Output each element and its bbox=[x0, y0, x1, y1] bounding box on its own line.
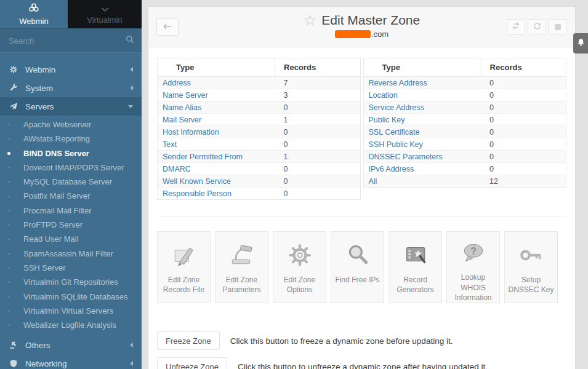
record-count: 0 bbox=[481, 101, 566, 114]
sidebar-item-read-user-mail[interactable]: Read User Mail bbox=[0, 232, 142, 246]
record-type-link[interactable]: DNSSEC Parameters bbox=[363, 151, 481, 163]
sidebar-item-spamassassin-mail-filter[interactable]: SpamAssassin Mail Filter bbox=[0, 247, 142, 261]
record-type-link[interactable]: SSH Public Key bbox=[363, 138, 481, 151]
sidebar-tabs: Webmin Virtualmin bbox=[0, 0, 142, 28]
record-type-link[interactable]: Mail Server bbox=[158, 114, 275, 126]
sidebar-item-proftpd-server[interactable]: ProFTPD Server bbox=[0, 218, 142, 232]
record-type-link[interactable]: SSL Certificate bbox=[363, 126, 481, 138]
key-icon bbox=[518, 241, 544, 269]
app-window: Webmin Virtualmin Webmin bbox=[0, 0, 588, 369]
record-type-link[interactable]: Name Alias bbox=[158, 101, 275, 114]
repeat-icon bbox=[512, 22, 520, 32]
record-type-link[interactable]: Public Key bbox=[363, 114, 481, 126]
wrench-icon bbox=[9, 83, 18, 93]
sidebar-item-postfix-mail-server[interactable]: Postfix Mail Server bbox=[0, 189, 142, 203]
tile-edit-zone-options[interactable]: Edit Zone Options bbox=[273, 231, 326, 303]
record-type-link[interactable]: IPv6 Address bbox=[363, 163, 481, 175]
caret-left-icon bbox=[130, 85, 133, 90]
caret-left-icon bbox=[130, 361, 133, 366]
tile-setup-dnssec-key[interactable]: Setup DNSSEC Key bbox=[504, 231, 558, 303]
sidebar-item-webmin[interactable]: Webmin bbox=[0, 60, 142, 79]
sidebar-item-dovecot-imap-pop3-server[interactable]: Dovecot IMAP/POP3 Server bbox=[0, 161, 142, 175]
sidebar-item-virtualmin-git-repositories[interactable]: Virtualmin Git Repositories bbox=[0, 275, 142, 289]
notifications-tab[interactable] bbox=[573, 33, 588, 54]
apply-zone-button[interactable] bbox=[507, 19, 525, 35]
webmin-logo-icon bbox=[28, 2, 39, 15]
sidebar-item-servers[interactable]: Servers bbox=[0, 97, 142, 116]
record-type-link[interactable]: Well Known Service bbox=[158, 175, 275, 188]
record-count: 0 bbox=[481, 77, 566, 89]
freeze-zone-description: Click this button to freeze a dynamic zo… bbox=[230, 336, 453, 346]
record-type-link[interactable]: Service Address bbox=[363, 101, 481, 114]
chevron-down-icon bbox=[101, 4, 109, 14]
sidebar-item-awstats-reporting[interactable]: AWstats Reporting bbox=[0, 132, 142, 146]
tab-virtualmin[interactable]: Virtualmin bbox=[68, 0, 142, 28]
sidebar-item-networking[interactable]: Networking bbox=[0, 354, 142, 369]
record-count: 0 bbox=[481, 126, 566, 138]
tile-edit-zone-parameters[interactable]: Edit Zone Parameters bbox=[215, 231, 268, 303]
sidebar-item-virtualmin-virtual-servers[interactable]: Virtualmin Virtual Servers bbox=[0, 304, 142, 318]
sidebar-item-webalizer-logfile-analysis[interactable]: Webalizer Logfile Analysis bbox=[0, 318, 142, 332]
apply-config-button[interactable] bbox=[528, 19, 546, 35]
search-input[interactable] bbox=[7, 36, 126, 46]
sidebar-item-procmail-mail-filter[interactable]: Procmail Mail Filter bbox=[0, 204, 142, 218]
star-icon[interactable]: ☆ bbox=[304, 13, 317, 28]
sidebar-item-system[interactable]: System bbox=[0, 79, 142, 97]
table-row: Public Key0 bbox=[363, 114, 566, 126]
record-type-tables: Type Records Address7 Name Server3 Name … bbox=[157, 58, 566, 200]
table-row: Mail Server1 bbox=[158, 114, 361, 126]
record-count: 0 bbox=[481, 151, 566, 163]
sidebar-item-others[interactable]: Others bbox=[0, 336, 142, 354]
freeze-zone-button[interactable]: Freeze Zone bbox=[157, 331, 220, 350]
speech-question-icon: ? bbox=[461, 241, 486, 267]
sidebar-item-apache-webserver[interactable]: Apache Webserver bbox=[0, 117, 142, 132]
shield-icon bbox=[9, 359, 18, 368]
table-row: Name Alias0 bbox=[158, 101, 361, 114]
record-type-link[interactable]: Address bbox=[158, 77, 275, 89]
tile-record-generators[interactable]: Record Generators bbox=[389, 231, 442, 303]
stop-server-button[interactable] bbox=[549, 19, 567, 35]
record-count: 0 bbox=[275, 138, 360, 151]
tile-find-free-ips[interactable]: Find Free IPs bbox=[331, 231, 384, 303]
sidebar-item-ssh-server[interactable]: SSH Server bbox=[0, 261, 142, 275]
record-type-link[interactable]: Location bbox=[363, 89, 481, 101]
table-row: Location0 bbox=[363, 89, 566, 101]
gavel-icon bbox=[9, 340, 18, 350]
unfreeze-zone-button[interactable]: Unfreeze Zone bbox=[157, 357, 227, 369]
record-count: 0 bbox=[275, 188, 360, 200]
record-type-link[interactable]: Reverse Address bbox=[363, 77, 481, 89]
sidebar-item-virtualmin-sqlite-databases[interactable]: Virtualmin SQLlite Databases bbox=[0, 290, 142, 304]
record-type-link[interactable]: Sender Permitted From bbox=[158, 151, 275, 163]
tab-virtualmin-label: Virtualmin bbox=[87, 15, 123, 25]
main-area: ☆ Edit Master Zone .com bbox=[142, 0, 588, 369]
gear-icon bbox=[287, 241, 313, 269]
sidebar-item-label: Webmin bbox=[25, 65, 55, 74]
tile-edit-zone-records-file[interactable]: Edit Zone Records File bbox=[157, 231, 211, 303]
tile-label: Lookup WHOIS Information bbox=[447, 272, 499, 303]
record-type-link[interactable]: DMARC bbox=[158, 163, 275, 175]
table-row: Responsible Person0 bbox=[158, 188, 361, 200]
refresh-icon bbox=[533, 22, 541, 32]
record-type-link[interactable]: Host Information bbox=[158, 126, 275, 138]
table-row: Address7 bbox=[158, 77, 361, 89]
sidebar-item-bind-dns-server[interactable]: BIND DNS Server bbox=[0, 146, 142, 161]
search-icon[interactable] bbox=[126, 35, 134, 46]
record-count: 12 bbox=[481, 175, 566, 188]
record-type-link[interactable]: Text bbox=[158, 138, 275, 151]
record-type-link[interactable]: All bbox=[363, 175, 481, 188]
record-count: 0 bbox=[275, 175, 360, 188]
domain-redaction bbox=[335, 30, 371, 38]
record-count: 0 bbox=[275, 163, 360, 175]
tile-lookup-whois-information[interactable]: ? Lookup WHOIS Information bbox=[446, 231, 500, 303]
sidebar-item-label: Networking bbox=[25, 359, 67, 368]
column-header-records: Records bbox=[275, 58, 360, 77]
table-row: Host Information0 bbox=[158, 126, 361, 138]
record-type-link[interactable]: Responsible Person bbox=[158, 188, 275, 200]
back-button[interactable] bbox=[156, 18, 179, 36]
page-header: ☆ Edit Master Zone .com bbox=[148, 7, 575, 47]
record-types-table-left: Type Records Address7 Name Server3 Name … bbox=[157, 58, 361, 200]
sidebar-item-mysql-database-server[interactable]: MySQL Database Server bbox=[0, 175, 142, 189]
record-type-link[interactable]: Name Server bbox=[158, 89, 275, 101]
freeze-zone-row: Freeze Zone Click this button to freeze … bbox=[157, 331, 566, 350]
tab-webmin[interactable]: Webmin bbox=[0, 0, 68, 28]
